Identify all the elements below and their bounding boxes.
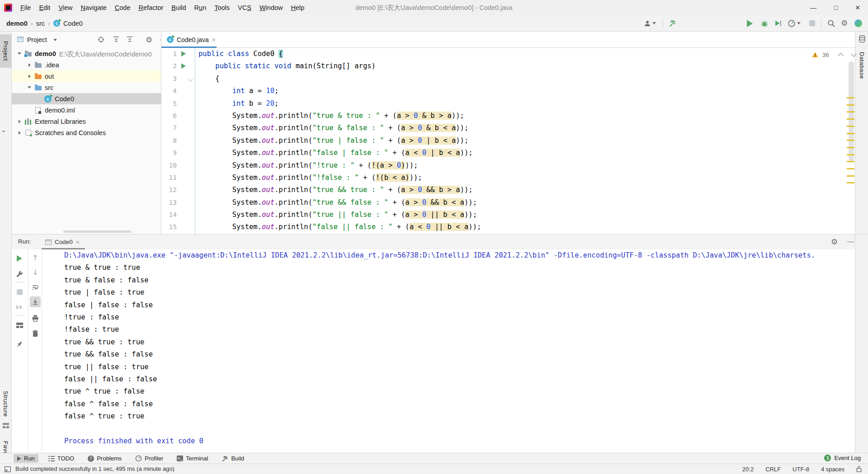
tree-row-scratches-and-consoles[interactable]: Scratches and Consoles <box>12 127 161 138</box>
tool-window-tab-todo[interactable]: TODO <box>45 454 78 463</box>
file-encoding[interactable]: UTF-8 <box>793 466 809 473</box>
line-separator[interactable]: CRLF <box>765 466 781 473</box>
structure-icon[interactable] <box>3 423 9 428</box>
profiler-button[interactable] <box>788 15 801 31</box>
maximize-button[interactable]: □ <box>826 0 846 15</box>
ide-updates-button[interactable] <box>854 15 862 31</box>
caret-position[interactable]: 20:2 <box>742 466 754 473</box>
stripe-button-structure[interactable]: Structure <box>0 388 11 420</box>
close-icon[interactable]: × <box>76 239 80 246</box>
chevron-right-icon[interactable] <box>28 75 31 78</box>
stop-process-button[interactable] <box>14 286 25 297</box>
tool-window-tab-problems[interactable]: !Problems <box>84 454 125 463</box>
status-message[interactable]: Build completed successfully in 1 sec, 4… <box>15 464 175 474</box>
menu-item-tools[interactable]: Tools <box>210 0 234 15</box>
clear-console-button[interactable] <box>30 328 41 339</box>
stripe-button-project[interactable]: Project <box>0 34 11 68</box>
menu-item-navigate[interactable]: Navigate <box>77 0 111 15</box>
menu-item-build[interactable]: Build <box>167 0 190 15</box>
code-lines[interactable]: 1public class Code0 {2 public static voi… <box>161 48 855 234</box>
lock-icon[interactable] <box>856 466 862 472</box>
locate-file-icon[interactable] <box>98 36 104 43</box>
close-button[interactable]: ✕ <box>847 0 868 15</box>
warning-stripe-mark[interactable] <box>847 147 854 148</box>
menu-item-vcs[interactable]: VCS <box>234 0 255 15</box>
run-tab-code0[interactable]: Code0 × <box>42 235 83 249</box>
rerun-failed-button[interactable] <box>14 302 25 313</box>
tool-window-tab-run[interactable]: Run <box>14 454 38 463</box>
minimize-button[interactable]: — <box>803 0 824 15</box>
run-settings-icon[interactable]: ⚙ <box>831 238 838 246</box>
tree-row-out[interactable]: out <box>12 70 161 82</box>
menu-item-code[interactable]: Code <box>111 0 135 15</box>
expand-all-icon[interactable] <box>113 36 119 43</box>
chevron-down-icon[interactable] <box>28 86 31 89</box>
tree-row-external-libraries[interactable]: External Libraries <box>12 116 161 127</box>
menu-item-help[interactable]: Help <box>287 0 308 15</box>
run-line-icon[interactable] <box>181 51 186 56</box>
vcs-user-button[interactable] <box>644 15 656 31</box>
tool-window-tab-build[interactable]: Build <box>218 454 248 463</box>
tree-row-.idea[interactable]: .idea <box>12 59 161 70</box>
warning-stripe-mark[interactable] <box>847 111 854 113</box>
tree-row-demo0.iml[interactable]: demo0.iml <box>12 104 161 116</box>
soft-wrap-button[interactable] <box>30 282 41 293</box>
chevron-right-icon[interactable] <box>28 63 31 67</box>
menu-item-file[interactable]: File <box>16 0 35 15</box>
menu-item-edit[interactable]: Edit <box>35 0 54 15</box>
warning-stripe-mark[interactable] <box>847 140 854 141</box>
close-icon[interactable]: × <box>212 36 216 43</box>
warning-stripe-mark[interactable] <box>847 182 854 183</box>
edit-configuration-button[interactable] <box>14 268 25 279</box>
stripe-button-database[interactable]: Database <box>855 45 868 86</box>
event-log-button[interactable]: 1 Event Log <box>824 453 861 463</box>
editor-tab-code0[interactable]: c Code0.java × <box>161 32 220 47</box>
warning-stripe-mark[interactable] <box>847 118 854 120</box>
menu-item-window[interactable]: Window <box>255 0 287 15</box>
print-button[interactable] <box>30 313 41 324</box>
breadcrumb-project[interactable]: demo0 <box>6 20 28 27</box>
warning-stripe-mark[interactable] <box>847 97 854 99</box>
layout-settings-button[interactable] <box>14 320 25 331</box>
project-view-title[interactable]: Project <box>27 36 47 43</box>
tree-row-src[interactable]: src <box>12 82 161 93</box>
warning-stripe-mark[interactable] <box>847 168 854 169</box>
rerun-button[interactable] <box>14 253 25 264</box>
menu-item-view[interactable]: View <box>54 0 76 15</box>
editor-area[interactable]: c Code0.java × 36 1public class Code0 {2… <box>161 32 855 234</box>
chevron-right-icon[interactable] <box>19 120 21 123</box>
warning-stripe-mark[interactable] <box>847 104 854 106</box>
settings-button[interactable]: ⚙ <box>841 15 848 31</box>
database-icon[interactable] <box>859 35 865 43</box>
chevron-down-icon[interactable] <box>18 52 21 55</box>
tree-row-demo0[interactable]: demo0E:\农大\Java\demoCode\demo0 <box>12 48 161 59</box>
menu-item-run[interactable]: Run <box>190 0 211 15</box>
run-button[interactable] <box>747 15 753 31</box>
breadcrumb-class[interactable]: Code0 <box>63 20 83 27</box>
scroll-down-button[interactable]: ↓ <box>30 267 41 277</box>
scroll-up-button[interactable]: ↑ <box>30 252 41 263</box>
stop-button[interactable] <box>809 15 815 31</box>
search-everywhere-button[interactable] <box>827 15 835 31</box>
run-line-icon[interactable] <box>181 63 186 69</box>
indent-style[interactable]: 4 spaces <box>821 466 844 473</box>
tool-window-toggle-icon[interactable] <box>5 466 11 472</box>
chevron-right-icon[interactable] <box>19 131 21 135</box>
warning-stripe-mark[interactable] <box>847 175 854 177</box>
project-settings-icon[interactable]: ⚙ <box>146 36 152 44</box>
build-project-button[interactable] <box>668 15 677 31</box>
warning-stripe-mark[interactable] <box>847 126 854 127</box>
warning-stripe-mark[interactable] <box>847 154 854 155</box>
menu-item-refactor[interactable]: Refactor <box>135 0 168 15</box>
project-hscrollbar[interactable] <box>63 230 131 233</box>
warning-stripe-mark[interactable] <box>847 133 854 134</box>
tree-row-code0[interactable]: cCode0 <box>12 93 161 104</box>
tool-window-tab-terminal[interactable]: >_Terminal <box>173 454 212 463</box>
hide-run-panel-icon[interactable]: — <box>847 237 854 245</box>
chevron-down-icon[interactable] <box>53 39 57 41</box>
fold-icon[interactable] <box>188 76 193 81</box>
run-console[interactable]: D:\Java\JDK\bin\java.exe "-javaagent:D:\… <box>52 249 855 453</box>
collapse-all-icon[interactable] <box>127 36 133 43</box>
tool-window-tab-profiler[interactable]: Profiler <box>132 454 167 463</box>
run-with-coverage-button[interactable] <box>774 15 782 31</box>
